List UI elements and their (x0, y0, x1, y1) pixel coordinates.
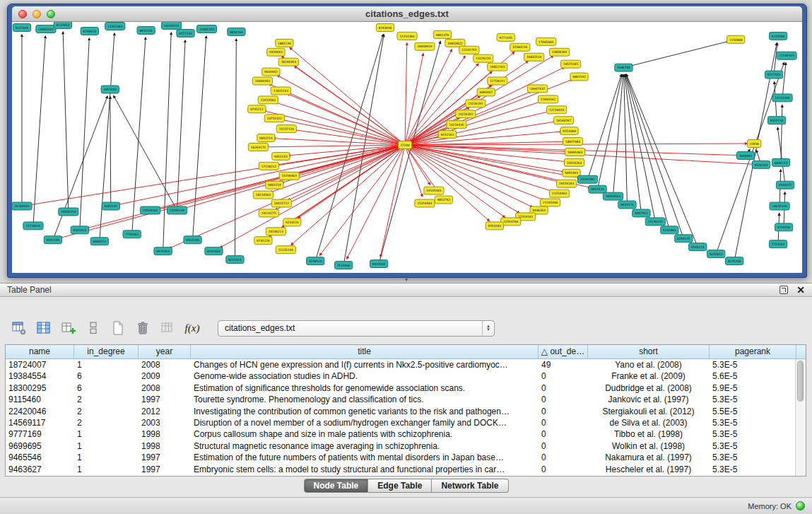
graph-node[interactable]: 8846213 (772, 158, 789, 166)
graph-node[interactable]: 12201743 (459, 46, 479, 54)
table-row[interactable]: 946554611997Estimation of the future num… (6, 452, 795, 463)
graph-node[interactable]: 17118212 (259, 162, 278, 170)
graph-node[interactable]: 16047437 (528, 85, 548, 93)
graph-node[interactable]: 9841514 (589, 185, 606, 193)
graph-node[interactable]: 2053103 (101, 86, 119, 93)
graph-node[interactable]: 11246135 (645, 218, 665, 226)
graph-node[interactable]: 8122654 (54, 22, 71, 28)
graph-node[interactable]: 14216435 (447, 121, 466, 129)
float-panel-icon[interactable] (779, 286, 788, 294)
table-row[interactable]: 1872400712008Changes of HCN gene express… (6, 359, 795, 370)
graph-node[interactable]: 9135426 (775, 223, 792, 231)
graph-node[interactable]: 9552134 (767, 117, 785, 124)
graph-node[interactable]: 8246135 (675, 235, 693, 243)
graph-node[interactable]: 8954126 (137, 26, 155, 34)
graph-node[interactable]: 9105413 (71, 226, 88, 234)
column-header-in_degree[interactable]: in_degree (74, 345, 139, 358)
graph-node[interactable]: 7754163 (123, 230, 141, 238)
graph-node[interactable]: 21195446 (541, 199, 560, 206)
close-panel-icon[interactable]: ✕ (796, 286, 805, 294)
graph-node[interactable]: 9234514 (283, 218, 301, 226)
row-height-button[interactable] (84, 319, 102, 337)
column-header-title[interactable]: title (191, 345, 539, 358)
graph-node[interactable]: 15354463 (415, 199, 435, 207)
graph-node[interactable]: 9861542 (570, 73, 588, 81)
graph-node[interactable]: 1885139 (276, 39, 293, 47)
table-scrollbar-thumb[interactable] (797, 361, 804, 402)
graph-node[interactable]: 15958 (747, 140, 760, 148)
graph-node[interactable]: 10235146 (770, 202, 789, 210)
graph-node[interactable]: 9095493 (563, 169, 580, 177)
graph-node[interactable]: 10953822 (445, 39, 465, 47)
create-column-button[interactable] (59, 319, 78, 337)
graph-node[interactable]: 1946794 (615, 64, 632, 71)
graph-node[interactable]: 12116014 (547, 106, 567, 114)
graph-node[interactable]: 9225414 (226, 256, 244, 264)
graph-node[interactable]: 17085083 (536, 37, 556, 45)
graph-node[interactable]: 7724163 (769, 240, 787, 248)
graph-node[interactable]: 10216352 (456, 110, 476, 118)
graph-node[interactable]: 9137046 (769, 32, 787, 40)
graph-node[interactable]: 11664161 (539, 95, 558, 103)
graph-node[interactable]: 19145463 (424, 187, 444, 194)
graph-node[interactable]: 9745126 (254, 237, 272, 245)
table-row[interactable]: 1830029562008Estimation of significance … (6, 382, 795, 394)
graph-node[interactable]: 9952143 (272, 152, 290, 160)
graph-node[interactable]: 9095407 (477, 88, 495, 96)
show-columns-button[interactable] (35, 319, 53, 337)
graph-node[interactable]: 17240 (398, 141, 411, 149)
graph-node[interactable]: 19554203 (565, 158, 584, 166)
graph-node[interactable]: 9246514 (307, 257, 324, 265)
tab-edge-table[interactable]: Edge Table (368, 479, 432, 493)
graph-node[interactable]: 7513546 (335, 262, 353, 269)
graph-node[interactable]: 14850363 (550, 48, 570, 56)
graph-node[interactable]: 8135246 (726, 257, 743, 265)
graph-node[interactable]: 9420043 (267, 48, 285, 56)
import-table-button[interactable] (158, 319, 177, 337)
graph-node[interactable]: 8193046 (376, 23, 394, 31)
graph-node[interactable]: 9546325 (776, 181, 794, 189)
graph-node[interactable]: 20146213 (266, 228, 286, 235)
network-canvas[interactable]: 1724018851399420043182004639634942104604… (12, 22, 802, 273)
graph-node[interactable]: 18214563 (253, 191, 273, 199)
graph-node[interactable]: 10425712 (271, 199, 291, 207)
graph-node[interactable]: 13226191 (466, 100, 486, 107)
graph-node[interactable]: 14200463 (279, 172, 299, 180)
delete-table-button[interactable] (134, 319, 152, 337)
graph-node[interactable]: 9924502 (370, 260, 387, 268)
graph-node[interactable]: 26266503 (12, 202, 32, 210)
graph-node[interactable]: 9861376 (433, 30, 451, 38)
graph-node[interactable]: 9852742 (435, 196, 452, 204)
table-row[interactable]: 977716911998Corpus callosum shape and si… (6, 428, 795, 440)
graph-node[interactable]: 11825143 (271, 87, 290, 95)
graph-node[interactable]: 9415463 (154, 247, 172, 255)
new-table-button[interactable] (109, 319, 127, 337)
column-header-out_de[interactable]: △ out_de… (539, 345, 588, 358)
graph-node[interactable]: 9852214 (257, 134, 275, 142)
graph-node[interactable]: 10249514 (162, 22, 182, 29)
graph-node[interactable]: 9154469 (560, 127, 578, 135)
tab-node-table[interactable]: Node Table (303, 479, 368, 493)
column-header-short[interactable]: short (588, 345, 710, 358)
column-header-pagerank[interactable]: pagerank (710, 345, 796, 358)
graph-node[interactable]: 1603091 (737, 151, 755, 159)
network-window-titlebar[interactable]: citations_edges.txt (12, 6, 802, 22)
graph-node[interactable]: 11015463 (105, 22, 125, 30)
column-header-year[interactable]: year (139, 345, 191, 358)
graph-node[interactable]: 9554163 (486, 222, 503, 230)
graph-node[interactable]: 18200463 (278, 58, 298, 66)
graph-node[interactable]: 8105463 (205, 247, 223, 255)
graph-node[interactable]: 9546213 (689, 243, 707, 251)
graph-node[interactable]: 10460463 (252, 77, 272, 85)
graph-node[interactable]: 24505163 (141, 206, 160, 214)
graph-node[interactable]: 16640910 (415, 42, 435, 50)
table-mode-button[interactable] (10, 319, 28, 337)
graph-node[interactable]: 9137045 (13, 23, 30, 31)
graph-node[interactable]: 18575165 (561, 60, 581, 68)
graph-node[interactable]: 10954163 (603, 192, 623, 200)
graph-node[interactable]: 10465103 (36, 25, 56, 33)
graph-node[interactable]: 15584216 (510, 43, 530, 51)
graph-node[interactable]: 16263175 (248, 144, 268, 151)
graph-node[interactable]: 12758141 (488, 77, 507, 85)
graph-node[interactable]: 9546103 (752, 160, 770, 168)
